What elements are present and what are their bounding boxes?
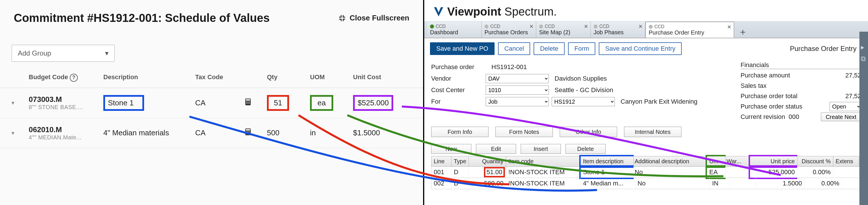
col-qty-label: Qty (267, 73, 310, 82)
col-budget-label: Budget Code (29, 73, 68, 81)
sov-tax: CA (195, 128, 244, 137)
for-job-select[interactable]: HS1912 (552, 97, 615, 106)
brand-logo: Viewpoint Spectrum. (424, 0, 868, 21)
svg-point-11 (248, 132, 249, 132)
tab-dot-icon (485, 24, 489, 28)
po-qty: 51.00 (484, 167, 505, 177)
brand-name-2: Spectrum (504, 5, 553, 18)
tab-dot-icon (594, 24, 598, 28)
grid-edit-button[interactable]: Edit (476, 144, 516, 154)
cc-name: Seattle - GC Division (555, 86, 613, 94)
sov-row[interactable]: ▾ 062010.M 4"" MEDIAN.Mate... 4" Median … (0, 118, 423, 148)
form-info-button[interactable]: Form Info (431, 127, 489, 137)
svg-point-10 (246, 132, 247, 132)
po-um: EA (706, 165, 725, 179)
budget-code: 062010.M (29, 125, 103, 134)
close-fullscreen-label: Close Fullscreen (350, 14, 409, 22)
help-icon[interactable]: ? (70, 74, 78, 82)
tab-job-phases[interactable]: CCD Job Phases ✕ (591, 22, 645, 38)
right-panel: Viewpoint Spectrum. CCD Dashboard CCD Pu… (424, 0, 868, 205)
chevron-down-icon: ▾ (105, 49, 108, 57)
for-select[interactable]: Job (486, 97, 549, 106)
collapse-icon (338, 14, 346, 22)
fin-tax-label: Sales tax (741, 82, 767, 89)
vendor-select[interactable]: DAV (486, 74, 549, 83)
grid-button-row: New Edit Insert Delete (431, 144, 868, 154)
left-panel: Commitment #HS1912-001: Schedule of Valu… (0, 0, 424, 205)
fin-total-label: Purchase order total (741, 93, 797, 100)
fin-rev-label: Current revision (741, 113, 785, 120)
sov-uom: ea (310, 95, 333, 111)
sov-cost: $525.000 (353, 95, 393, 111)
tab-po-entry[interactable]: CCD Purchase Order Entry ✕ (645, 22, 734, 38)
po-price: 525.0000 (749, 165, 797, 179)
close-icon[interactable]: ✕ (529, 23, 534, 30)
expand-icon[interactable]: ▾ (11, 130, 29, 136)
page-subtitle: Purchase Order Entry (790, 45, 857, 53)
grid-insert-button[interactable]: Insert (521, 144, 561, 154)
strip-icon[interactable]: ⧉ (861, 55, 867, 60)
sov-grid-header: Budget Code? Description Tax Code Qty UO… (0, 73, 423, 88)
cost-center-select[interactable]: 1010 (486, 85, 549, 95)
svg-point-2 (246, 101, 247, 102)
internal-notes-button[interactable]: Internal Notes (624, 127, 681, 137)
svg-rect-1 (246, 99, 250, 101)
svg-point-4 (249, 101, 250, 102)
svg-point-3 (248, 101, 249, 102)
po-value: HS1912-001 (491, 63, 527, 71)
create-next-button[interactable]: Create Next (821, 112, 861, 121)
info-button-row: Form Info Form Notes Other Info Internal… (431, 127, 868, 137)
for-label: For (431, 98, 486, 105)
po-form: Purchase orderHS1912-001 Vendor DAV Davi… (431, 61, 729, 122)
tab-dashboard[interactable]: CCD Dashboard (427, 22, 482, 38)
fin-rev-value: 000 (789, 113, 799, 120)
sov-desc: 4" Median materials (103, 128, 195, 137)
delete-button[interactable]: Delete (534, 42, 565, 55)
sov-qty: 51 (267, 95, 289, 111)
calculator-icon[interactable] (244, 128, 252, 136)
financials-header: Financials (741, 61, 861, 69)
save-new-po-button[interactable]: Save and New PO (430, 42, 495, 55)
col-desc-label: Description (103, 73, 195, 82)
po-grid-header: Line Type Quantity Item code Item descri… (431, 156, 868, 167)
budget-code: 073003.M (29, 95, 103, 104)
form-button[interactable]: Form (568, 42, 595, 55)
calculator-icon[interactable] (244, 98, 252, 106)
strip-icon[interactable]: ▸ (861, 43, 867, 49)
po-line-grid: Line Type Quantity Item code Item descri… (431, 156, 868, 189)
vendor-name: Davidson Supplies (555, 75, 607, 82)
tab-dot-icon (539, 24, 543, 28)
tab-dot-icon (649, 25, 653, 29)
sov-row[interactable]: ▾ 073003.M 8"" STONE BASE.... Stone 1 CA… (0, 88, 423, 118)
tab-site-map[interactable]: CCD Site Map (2) ✕ (536, 22, 591, 38)
po-line-row[interactable]: 001 D 51.00 !NON-STOCK ITEM Stone 1 No E… (431, 167, 868, 178)
budget-sub: 8"" STONE BASE.... (29, 104, 103, 110)
new-tab-button[interactable]: + (734, 26, 751, 38)
grid-new-button[interactable]: New (431, 144, 471, 154)
tab-purchase-orders[interactable]: CCD Purchase Orders ✕ (482, 22, 536, 38)
financials-panel: Financials Purchase amount27,52 Sales ta… (741, 61, 861, 122)
other-info-button[interactable]: Other Info (560, 127, 617, 137)
close-icon[interactable]: ✕ (584, 23, 588, 30)
col-uom-label: UOM (310, 73, 353, 82)
fin-total-value: 27,52 (845, 93, 861, 100)
cancel-button[interactable]: Cancel (498, 42, 530, 55)
add-group-dropdown[interactable]: Add Group ▾ (11, 45, 115, 62)
expand-icon[interactable]: ▾ (11, 99, 29, 106)
close-icon[interactable]: ✕ (639, 23, 643, 30)
close-icon[interactable]: ✕ (727, 24, 732, 30)
sov-desc: Stone 1 (103, 95, 144, 111)
right-sidebar-strip[interactable]: ▸ ⧉ (859, 32, 868, 205)
sov-cost: $1.5000 (353, 128, 402, 137)
status-select[interactable]: Open (830, 102, 861, 111)
close-fullscreen-button[interactable]: Close Fullscreen (338, 14, 409, 22)
budget-sub: 4"" MEDIAN.Mate... (29, 134, 103, 141)
form-notes-button[interactable]: Form Notes (495, 127, 553, 137)
po-line-row[interactable]: 002 D 500.00 !NON-STOCK ITEM 4" Median m… (431, 178, 868, 189)
fin-status-label: Purchase order status (741, 103, 802, 110)
status-dot-icon (430, 24, 434, 28)
save-continue-button[interactable]: Save and Continue Entry (599, 42, 682, 55)
grid-delete-button[interactable]: Delete (565, 144, 606, 154)
fin-amount-value: 27,52 (845, 72, 861, 79)
sov-tax: CA (195, 99, 244, 107)
